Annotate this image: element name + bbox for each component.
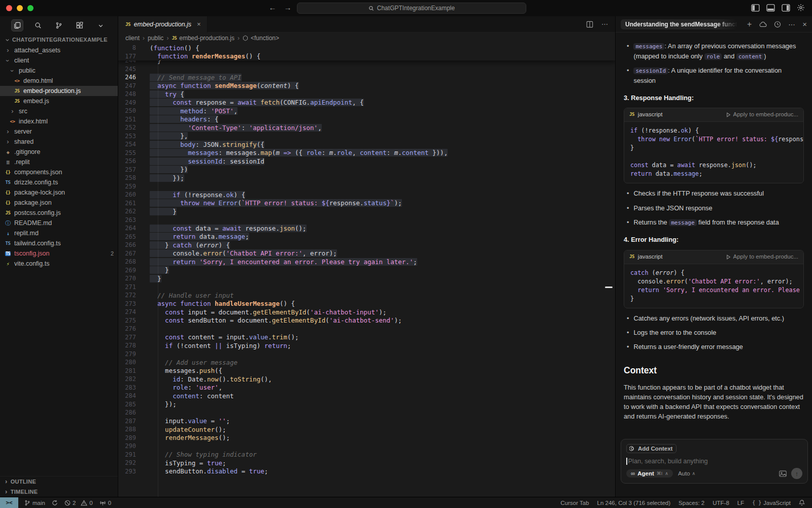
tree-item--replit[interactable]: ≡.replit <box>0 157 118 167</box>
code-line-292[interactable]: 292 isTyping = true; <box>118 459 615 467</box>
code-line-271[interactable]: 271 <box>118 283 615 292</box>
tree-item-server[interactable]: ›server <box>0 126 118 137</box>
sticky-line-8[interactable]: 8(function() { <box>118 44 615 52</box>
tree-item-package-json[interactable]: {}package.json <box>0 198 118 208</box>
code-line-287[interactable]: 287 input.value = ''; <box>118 417 615 426</box>
code-line-277[interactable]: 277 const content = input.value.trim(); <box>118 333 615 342</box>
tree-item-tsconfig-json[interactable]: TStsconfig.json2 <box>0 248 118 259</box>
sidebar-section-outline[interactable]: ›OUTLINE <box>0 477 118 487</box>
command-center-search[interactable]: ChatGPTIntegrationExample <box>297 3 526 14</box>
editor-tab-embed-production[interactable]: JS embed-production.js × <box>118 16 208 33</box>
code-line-289[interactable]: 289 renderMessages(); <box>118 434 615 442</box>
code-line-270[interactable]: 270 } <box>118 274 615 283</box>
ports-status[interactable]: 0 <box>99 500 111 506</box>
encoding-status[interactable]: UTF-8 <box>713 500 729 506</box>
tree-item-readme-md[interactable]: ⓘREADME.md <box>0 218 118 228</box>
code-line-281[interactable]: 281 messages.push({ <box>118 367 615 375</box>
minimize-window-button[interactable] <box>17 5 23 11</box>
attach-image-icon[interactable] <box>779 470 787 477</box>
agent-mode-selector[interactable]: ∞ Agent ⌘I ∧ <box>626 469 673 478</box>
panel-resize-grip[interactable] <box>605 287 613 288</box>
tree-item-embed-production-js[interactable]: JSembed-production.js <box>0 86 118 96</box>
code-line-275[interactable]: 275 const sendButton = document.getEleme… <box>118 316 615 325</box>
tree-item-components-json[interactable]: {}components.json <box>0 167 118 177</box>
settings-gear-icon[interactable] <box>797 4 805 12</box>
tree-item-client[interactable]: ›client <box>0 55 118 66</box>
editor-more-actions-icon[interactable]: ⋯ <box>601 20 608 28</box>
code-line-254[interactable]: 254 body: JSON.stringify({ <box>118 140 615 149</box>
code-line-274[interactable]: 274 const input = document.getElementByI… <box>118 308 615 316</box>
code-line-282[interactable]: 282 id: Date.now().toString(), <box>118 375 615 384</box>
git-branch-status[interactable]: main <box>24 500 45 506</box>
apply-code-button[interactable]: Apply to embed-produc... <box>726 252 799 261</box>
tree-item-drizzle-config-ts[interactable]: TSdrizzle.config.ts <box>0 177 118 187</box>
code-line-246[interactable]: 246 // Send message to API <box>118 73 615 82</box>
chat-more-icon[interactable]: ⋯ <box>788 20 795 28</box>
code-line-248[interactable]: 248 try { <box>118 90 615 99</box>
code-line-269[interactable]: 269 } <box>118 266 615 275</box>
code-line-268[interactable]: 268 return 'Sorry, I encountered an erro… <box>118 258 615 266</box>
tree-item-attached-assets[interactable]: ›attached_assets <box>0 45 118 55</box>
search-view-icon[interactable] <box>32 19 44 31</box>
tree-item-embed-js[interactable]: JSembed.js <box>0 96 118 106</box>
indentation-status[interactable]: Spaces: 2 <box>679 500 704 506</box>
notifications-bell-icon[interactable] <box>799 499 805 506</box>
sync-icon[interactable] <box>52 500 58 506</box>
chat-title-tab[interactable]: Understanding the sendMessage function <box>621 19 737 29</box>
extensions-view-icon[interactable] <box>74 19 86 31</box>
model-selector[interactable]: Auto ∧ <box>678 470 695 477</box>
source-control-view-icon[interactable] <box>53 19 65 31</box>
cursor-tab-status[interactable]: Cursor Tab <box>561 500 589 506</box>
remote-indicator[interactable]: >< <box>0 497 18 508</box>
code-line-286[interactable]: 286 <box>118 408 615 417</box>
close-window-button[interactable] <box>6 5 12 11</box>
language-status[interactable]: { } JavaScript <box>752 500 791 506</box>
code-line-291[interactable]: 291 // Show typing indicator <box>118 451 615 459</box>
code-line-284[interactable]: 284 content: content <box>118 392 615 400</box>
breadcrumb-item[interactable]: JSembed-production.js <box>172 35 234 42</box>
code-line-261[interactable]: 261 throw new Error(`HTTP error! status:… <box>118 199 615 208</box>
sticky-line-177[interactable]: 177 function renderMessages() { <box>118 52 615 61</box>
code-line-247[interactable]: 247 async function sendMessage(content) … <box>118 82 615 90</box>
explorer-view-icon[interactable] <box>11 19 23 31</box>
tree-item-demo-html[interactable]: <>demo.html <box>0 76 118 86</box>
code-line-276[interactable]: 276 <box>118 325 615 333</box>
zoom-window-button[interactable] <box>27 5 33 11</box>
code-line-258[interactable]: 258 }); <box>118 174 615 182</box>
sidebar-section-timeline[interactable]: ›TIMELINE <box>0 487 118 497</box>
code-line-253[interactable]: 253 }, <box>118 132 615 141</box>
split-editor-icon[interactable] <box>586 21 593 28</box>
nav-back-icon[interactable]: ← <box>268 3 277 12</box>
code-line-245[interactable]: 245 <box>118 65 615 74</box>
code-line-256[interactable]: 256 sessionId: sessionId <box>118 157 615 166</box>
code-line-262[interactable]: 262 } <box>118 207 615 216</box>
tree-item-public[interactable]: ›public <box>0 66 118 76</box>
tree-item-tailwind-config-ts[interactable]: TStailwind.config.ts <box>0 238 118 248</box>
toggle-left-sidebar-icon[interactable] <box>751 4 760 12</box>
chat-input-box[interactable]: Add Context Plan, search, build anything… <box>621 439 808 484</box>
cloud-icon[interactable] <box>759 21 767 27</box>
code-line-279[interactable]: 279 <box>118 350 615 359</box>
breadcrumb-item[interactable]: <function> <box>243 35 279 42</box>
code-line-266[interactable]: 266 } catch (error) { <box>118 241 615 249</box>
code-line-263[interactable]: 263 <box>118 216 615 225</box>
cursor-position-status[interactable]: Ln 246, Col 3 (716 selected) <box>597 500 670 506</box>
code-line-255[interactable]: 255 messages: messages.map(m => ({ role:… <box>118 149 615 157</box>
chat-close-icon[interactable]: × <box>802 20 807 28</box>
code-line-265[interactable]: 265 return data.message; <box>118 233 615 241</box>
problems-status[interactable]: 2 0 <box>64 500 93 506</box>
code-line-264[interactable]: 264 const data = await response.json(); <box>118 224 615 233</box>
toggle-right-sidebar-icon[interactable] <box>782 4 790 12</box>
code-line-283[interactable]: 283 role: 'user', <box>118 384 615 392</box>
tree-item-index-html[interactable]: <>index.html <box>0 116 118 126</box>
eol-status[interactable]: LF <box>737 500 744 506</box>
code-line-259[interactable]: 259 <box>118 182 615 191</box>
add-context-chip[interactable]: Add Context <box>626 444 676 453</box>
workspace-header[interactable]: CHATGPTINTEGRATIONEXAMPLE <box>0 35 118 45</box>
code-line-252[interactable]: 252 'Content-Type': 'application/json', <box>118 123 615 132</box>
tree-item-replit-md[interactable]: ↓replit.md <box>0 228 118 238</box>
tab-close-icon[interactable]: × <box>197 20 201 28</box>
tree-item-shared[interactable]: ›shared <box>0 137 118 147</box>
nav-forward-icon[interactable]: → <box>283 3 292 12</box>
code-line-280[interactable]: 280 // Add user message <box>118 358 615 367</box>
